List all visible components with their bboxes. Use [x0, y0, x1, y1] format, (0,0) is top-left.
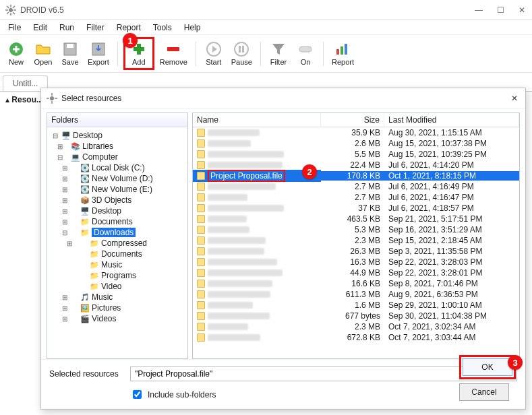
- file-row[interactable]: 5.3 MBSep 16, 2021, 3:51:29 AM: [193, 224, 519, 235]
- tree-desktop[interactable]: ⊟🖥️Desktop: [49, 130, 187, 141]
- dialog-titlebar: Select resources ✕: [41, 88, 525, 108]
- menu-edit[interactable]: Edit: [29, 22, 51, 34]
- file-row[interactable]: 22.4 MBJul 6, 2021, 4:14:20 PM: [193, 160, 519, 170]
- menu-run[interactable]: Run: [55, 22, 78, 34]
- include-subfolders-checkbox[interactable]: [133, 390, 142, 399]
- tree-compressed[interactable]: ⊞📁Compressed: [49, 238, 187, 249]
- remove-button[interactable]: Remove: [157, 40, 190, 67]
- tree-video[interactable]: 📁Video: [49, 281, 187, 292]
- file-icon: [197, 269, 205, 277]
- file-row[interactable]: 611.3 MBAug 9, 2021, 6:36:53 PM: [193, 289, 519, 300]
- report-button[interactable]: Report: [329, 40, 357, 67]
- file-row[interactable]: 26.3 MBSep 3, 2021, 11:35:58 PM: [193, 246, 519, 257]
- file-modified: Sep 8, 2021, 7:01:46 PM: [384, 279, 519, 288]
- export-button[interactable]: Export: [85, 40, 112, 67]
- tree-downloads[interactable]: ⊟📁Downloads: [49, 227, 187, 238]
- file-row[interactable]: 16.6 KBSep 8, 2021, 7:01:46 PM: [193, 278, 519, 289]
- selected-file-name-highlight: Project Proposal.file: [208, 170, 285, 182]
- file-row[interactable]: 2.7 MBJul 6, 2021, 4:16:47 PM: [193, 192, 519, 203]
- tree-music2[interactable]: ⊞🎵Music: [49, 292, 187, 302]
- new-button[interactable]: New: [4, 40, 28, 67]
- dialog-bottom: Selected resources Include sub-folders: [41, 359, 525, 409]
- save-button[interactable]: Save: [58, 40, 82, 67]
- file-modified: Jul 6, 2021, 4:16:49 PM: [384, 182, 519, 191]
- file-row[interactable]: 2.3 MBSep 15, 2021, 2:18:45 AM: [193, 235, 519, 246]
- download-folder-icon: 📁: [80, 228, 90, 237]
- svg-point-0: [9, 8, 13, 12]
- select-resources-dialog: Select resources ✕ Folders ⊟🖥️Desktop ⊞📚…: [40, 88, 526, 410]
- tree-libraries[interactable]: ⊞📚Libraries: [49, 141, 187, 152]
- tree-documents2[interactable]: 📁Documents: [49, 249, 187, 259]
- ok-button[interactable]: OK: [463, 358, 512, 376]
- start-button[interactable]: Start: [202, 40, 226, 67]
- tree-computer[interactable]: ⊟💻Computer: [49, 152, 187, 162]
- tree-programs[interactable]: 📁Programs: [49, 270, 187, 281]
- file-row[interactable]: 1.6 MBSep 29, 2021, 1:00:10 AM: [193, 300, 519, 311]
- tree-videos[interactable]: ⊞🎬Videos: [49, 313, 187, 324]
- tree-new-e[interactable]: ⊞💽New Volume (E:): [49, 184, 187, 195]
- file-list-body[interactable]: 35.9 KBAug 30, 2021, 1:15:15 AM2.6 MBAug…: [193, 127, 519, 358]
- dialog-close-button[interactable]: ✕: [509, 94, 520, 103]
- cancel-button[interactable]: Cancel: [459, 383, 509, 401]
- redacted-filename: [208, 129, 260, 136]
- file-row[interactable]: 16.3 MBSep 22, 2021, 3:28:03 PM: [193, 257, 519, 267]
- file-row[interactable]: 672.8 KBOct 7, 2021, 3:03:44 AM: [193, 332, 519, 343]
- folders-header: Folders: [47, 113, 187, 127]
- file-row[interactable]: 35.9 KBAug 30, 2021, 1:15:15 AM: [193, 127, 519, 138]
- folder-tree[interactable]: ⊟🖥️Desktop ⊞📚Libraries ⊟💻Computer ⊞💽Loca…: [47, 127, 187, 358]
- minimize-button[interactable]: —: [474, 5, 483, 15]
- desktop-icon: 🖥️: [80, 206, 90, 216]
- file-list-header[interactable]: Name Size Last Modified: [193, 113, 519, 127]
- redacted-filename: [208, 162, 283, 168]
- col-mod[interactable]: Last Modified: [384, 113, 519, 127]
- tree-pictures[interactable]: ⊞🖼️Pictures: [49, 302, 187, 313]
- window-titlebar: DROID v6.5 — ☐ ✕: [0, 0, 532, 20]
- file-row[interactable]: Project Proposal.file170.8 KBOct 1, 2021…: [193, 170, 519, 181]
- pause-button[interactable]: Pause: [229, 40, 255, 67]
- file-icon: [197, 204, 205, 212]
- menu-help[interactable]: Help: [180, 22, 205, 34]
- tree-desktop2[interactable]: ⊞🖥️Desktop: [49, 205, 187, 216]
- tree-3dobjects[interactable]: ⊞📦3D Objects: [49, 195, 187, 205]
- file-row[interactable]: 37 KBJul 6, 2021, 4:18:57 PM: [193, 203, 519, 214]
- main-toolbar: New Open Save Export Add Remove Start Pa…: [0, 35, 532, 73]
- tree-new-d[interactable]: ⊞💽New Volume (D:): [49, 173, 187, 184]
- file-row[interactable]: 5.5 MBAug 15, 2021, 10:39:25 PM: [193, 149, 519, 160]
- redacted-filename: [208, 313, 270, 319]
- bar-chart-icon: [334, 41, 351, 57]
- filter-button[interactable]: Filter: [266, 40, 291, 67]
- tree-music[interactable]: 📁Music: [49, 259, 187, 270]
- filter-toggle-icon: [297, 41, 314, 57]
- file-modified: Aug 15, 2021, 10:37:38 PM: [384, 139, 519, 148]
- file-icon: [197, 312, 205, 320]
- svg-rect-19: [336, 49, 339, 55]
- menu-filter[interactable]: Filter: [82, 22, 109, 34]
- maximize-button[interactable]: ☐: [496, 5, 505, 15]
- tree-local-c[interactable]: ⊞💽Local Disk (C:): [49, 162, 187, 173]
- filter-on-button[interactable]: On: [293, 40, 318, 67]
- menubar: File Edit Run Filter Report Tools Help: [0, 20, 532, 35]
- disk-icon: 💽: [80, 185, 90, 194]
- redacted-filename: [208, 226, 249, 233]
- file-icon: [197, 183, 205, 191]
- file-row[interactable]: 2.6 MBAug 15, 2021, 10:37:38 PM: [193, 138, 519, 149]
- file-row[interactable]: 463.5 KBSep 21, 2021, 5:17:51 PM: [193, 214, 519, 224]
- open-button[interactable]: Open: [31, 40, 55, 67]
- file-row[interactable]: 2.3 MBOct 7, 2021, 3:02:34 AM: [193, 321, 519, 332]
- menu-report[interactable]: Report: [113, 22, 145, 34]
- file-row[interactable]: 44.9 MBSep 22, 2021, 3:28:01 PM: [193, 267, 519, 278]
- file-row[interactable]: 2.7 MBJul 6, 2021, 4:16:49 PM: [193, 181, 519, 192]
- menu-file[interactable]: File: [4, 22, 25, 34]
- close-button[interactable]: ✕: [517, 5, 527, 15]
- file-modified: Sep 3, 2021, 11:35:58 PM: [384, 247, 519, 256]
- file-icon: [197, 333, 205, 342]
- annotation-badge-3: 3: [508, 355, 523, 370]
- col-size[interactable]: Size: [321, 113, 384, 127]
- menu-tools[interactable]: Tools: [149, 22, 176, 34]
- svg-point-15: [235, 42, 248, 56]
- file-modified: Sep 22, 2021, 3:28:03 PM: [384, 257, 519, 267]
- col-name[interactable]: Name: [193, 113, 321, 127]
- file-row[interactable]: 677 bytesSep 30, 2021, 11:04:38 PM: [193, 311, 519, 321]
- include-subfolders-label: Include sub-folders: [148, 390, 216, 400]
- tree-documents[interactable]: ⊞📁Documents: [49, 216, 187, 227]
